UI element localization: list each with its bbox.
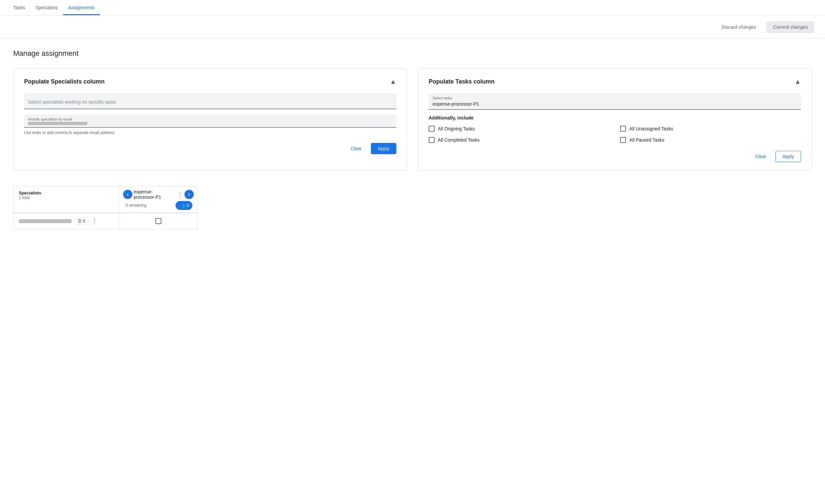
more-vert-icon[interactable]: ⋮ (176, 191, 183, 198)
specialists-col-header: Specialists 1 total (13, 187, 119, 213)
task-cell (119, 213, 198, 229)
checkbox-unassigned-box[interactable] (620, 126, 626, 132)
tab-specialists[interactable]: Specialists (30, 1, 63, 15)
specialist-badge-count: 0 (83, 219, 85, 223)
tasks-apply-button[interactable]: Apply (775, 151, 801, 162)
tasks-search-label: Select tasks (433, 96, 797, 100)
list-icon: ☰ (78, 219, 81, 223)
specialists-email-hint: Use enter or add comma to separate email… (24, 130, 396, 135)
specialist-cell: ☰ 0 ⋮ (13, 213, 119, 229)
checkbox-completed-box[interactable] (429, 137, 435, 143)
specialists-card-title: Populate Specialists column (24, 78, 104, 85)
table-row: ☰ 0 ⋮ (13, 213, 198, 229)
tasks-card-title: Populate Tasks column (429, 78, 495, 85)
checkbox-ongoing[interactable]: All Ongoing Tasks (429, 126, 609, 132)
assignment-table: Specialists 1 total ‹ expense-processor-… (13, 186, 198, 229)
tasks-card-header: Populate Tasks column ▲ (429, 78, 801, 85)
table-header-row: Specialists 1 total ‹ expense-processor-… (13, 187, 198, 213)
additionally-label: Additionally, include (429, 115, 801, 121)
tab-tasks[interactable]: Tasks (8, 1, 30, 15)
specialists-card-header: Populate Specialists column ▲ (24, 78, 396, 85)
specialists-search-wrapper: Select specialists working on specific t… (24, 93, 396, 109)
tasks-clear-button[interactable]: Clear (751, 151, 770, 162)
assignment-checkbox[interactable] (155, 218, 161, 224)
checkbox-unassigned-label: All Unassigned Tasks (629, 126, 673, 131)
specialists-col-count: 1 total (19, 195, 114, 200)
tasks-card-actions: Clear Apply (429, 151, 801, 162)
discard-changes-button[interactable]: Discard changes (717, 22, 761, 32)
cards-row: Populate Specialists column ▲ Select spe… (13, 68, 812, 170)
top-nav: Tasks Specialists Assignments (0, 0, 825, 16)
specialist-name-blurred (19, 219, 72, 223)
next-arrow[interactable]: › (184, 190, 194, 199)
specialists-email-wrapper: Include specialists by email (24, 115, 396, 128)
tasks-card-chevron[interactable]: ▲ (794, 78, 801, 85)
task-remaining: 0 remaining (125, 202, 147, 209)
specialists-email-value[interactable] (28, 122, 87, 125)
specialists-card-actions: Clear Apply (24, 143, 396, 154)
specialists-email-label: Include specialists by email (28, 117, 392, 121)
checkbox-paused-label: All Paused Tasks (629, 137, 664, 143)
toolbar: Discard changes Commit changes (0, 16, 825, 39)
checkbox-paused[interactable]: All Paused Tasks (620, 137, 801, 143)
tab-assignments[interactable]: Assignments (63, 1, 100, 15)
checkbox-paused-box[interactable] (620, 137, 626, 143)
specialists-card: Populate Specialists column ▲ Select spe… (13, 68, 407, 170)
task-col-name: expense-processor-P1 (134, 189, 174, 200)
checkbox-completed[interactable]: All Completed Tasks (429, 137, 609, 143)
task-badge-count: 0 (187, 203, 189, 208)
specialists-clear-button[interactable]: Clear (347, 143, 366, 154)
task-col-header: ‹ expense-processor-P1 ⋮ › 0 remaining 👥… (119, 187, 198, 213)
specialists-card-chevron[interactable]: ▲ (390, 78, 396, 85)
specialist-list-badge[interactable]: ☰ 0 (74, 218, 89, 225)
checkboxes-grid: All Ongoing Tasks All Unassigned Tasks A… (429, 126, 801, 143)
checkbox-unassigned[interactable]: All Unassigned Tasks (620, 126, 801, 132)
checkbox-ongoing-label: All Ongoing Tasks (438, 126, 475, 131)
checkbox-ongoing-box[interactable] (429, 126, 435, 132)
prev-arrow[interactable]: ‹ (123, 190, 132, 199)
tasks-search-value[interactable]: expense-processor-P1 (433, 101, 797, 107)
checkbox-completed-label: All Completed Tasks (438, 137, 480, 143)
task-col-nav: ‹ expense-processor-P1 ⋮ › (123, 189, 194, 200)
task-badge: 👥 0 (175, 201, 193, 210)
specialists-apply-button[interactable]: Apply (371, 143, 396, 154)
task-col-title-row: expense-processor-P1 ⋮ (132, 189, 184, 200)
specialists-search-placeholder[interactable]: Select specialists working on specific t… (28, 96, 392, 106)
page-content: Manage assignment Populate Specialists c… (0, 39, 825, 240)
commit-changes-button[interactable]: Commit changes (767, 21, 814, 33)
people-icon: 👥 (179, 202, 185, 209)
page-title: Manage assignment (13, 49, 812, 58)
specialist-more-icon[interactable]: ⋮ (91, 217, 98, 225)
specialists-col-title: Specialists (19, 191, 114, 195)
tasks-card: Populate Tasks column ▲ Select tasks exp… (418, 68, 812, 170)
tasks-search-wrapper: Select tasks expense-processor-P1 (429, 93, 801, 110)
